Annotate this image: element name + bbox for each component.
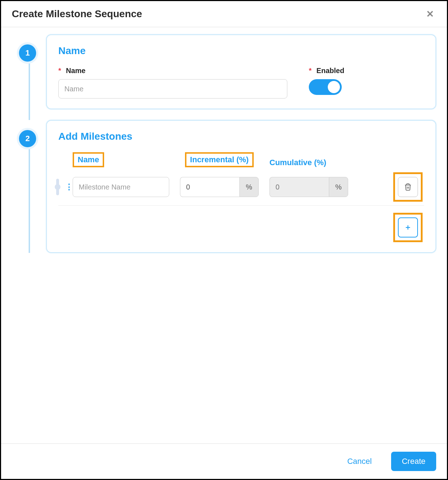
step-1-badge: 1 <box>19 44 36 62</box>
milestone-row: ⋮ % <box>58 170 424 206</box>
step-2: 2 Add Milestones Name In <box>19 120 436 253</box>
milestones-header-row: Name Incremental (%) Cumulative (%) <box>58 152 424 167</box>
required-marker: * <box>58 67 61 75</box>
col-cumulative-label: Cumulative (%) <box>269 158 326 167</box>
close-icon[interactable]: ✕ <box>424 9 436 20</box>
col-name-label: Name <box>78 155 99 164</box>
step-2-badge: 2 <box>19 130 36 147</box>
highlight-box <box>393 213 423 242</box>
highlight-box <box>393 172 423 202</box>
milestone-name-input[interactable] <box>73 177 169 197</box>
modal-header: Create Milestone Sequence ✕ <box>1 1 447 27</box>
highlight-box: Incremental (%) <box>185 152 254 167</box>
delete-milestone-button[interactable] <box>398 177 418 197</box>
step-1-title: Name <box>58 45 424 57</box>
step-2-title: Add Milestones <box>58 131 424 142</box>
drag-handle-icon[interactable]: ⋮ <box>65 182 72 192</box>
step-1: 1 Name * Name * <box>19 34 436 109</box>
enabled-toggle[interactable] <box>309 79 342 95</box>
toggle-knob <box>328 81 340 93</box>
step-connector <box>29 54 30 120</box>
modal-footer: Cancel Create <box>1 443 447 479</box>
modal-body: 1 Name * Name * <box>1 27 447 443</box>
incremental-input[interactable] <box>180 177 239 197</box>
name-label-text: Name <box>66 67 85 75</box>
cumulative-input-group: % <box>269 177 348 197</box>
name-field-group: * Name <box>58 67 287 99</box>
step-connector <box>29 140 30 253</box>
milestones-table: Name Incremental (%) Cumulative (%) <box>58 152 424 242</box>
trash-icon <box>404 183 412 191</box>
cancel-button[interactable]: Cancel <box>336 452 382 471</box>
enabled-label: * Enabled <box>309 67 344 75</box>
enabled-label-text: Enabled <box>316 67 344 75</box>
col-incremental-label: Incremental (%) <box>190 155 249 164</box>
row-timeline-dot <box>55 184 60 190</box>
plus-icon <box>405 224 411 231</box>
modal-title: Create Milestone Sequence <box>12 8 142 20</box>
step-1-card: Name * Name * Enabled <box>46 34 436 109</box>
add-milestone-button[interactable] <box>398 217 418 237</box>
step-2-card: Add Milestones Name Incremental (%) <box>46 120 436 253</box>
incremental-input-group: % <box>180 177 259 197</box>
create-button[interactable]: Create <box>391 452 436 471</box>
enabled-field-group: * Enabled <box>309 67 344 95</box>
percent-addon: % <box>239 177 259 197</box>
name-label: * Name <box>58 67 287 75</box>
required-marker: * <box>309 67 312 75</box>
highlight-box: Name <box>73 152 104 167</box>
add-row-container <box>58 213 424 242</box>
create-milestone-modal: Create Milestone Sequence ✕ 1 Name * Nam… <box>0 0 448 480</box>
percent-addon: % <box>329 177 348 197</box>
cumulative-input <box>269 177 329 197</box>
name-input[interactable] <box>58 79 287 99</box>
